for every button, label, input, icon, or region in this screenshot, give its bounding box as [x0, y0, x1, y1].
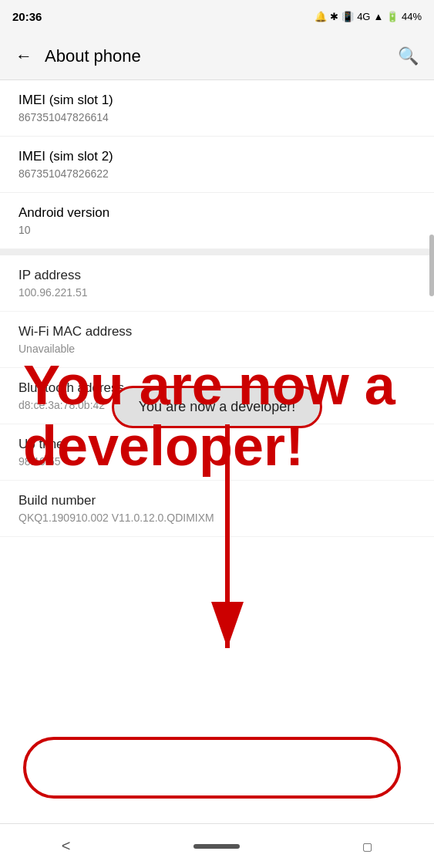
nav-home-pill[interactable]	[193, 844, 240, 849]
status-bar: 20:36 🔔 ✱ 📳 4G ▲ 🔋 44%	[0, 0, 434, 32]
ip-address-value: 100.96.221.51	[19, 286, 415, 299]
build-number-item[interactable]: Build number QKQ1.190910.002 V11.0.12.0.…	[0, 481, 434, 537]
battery-icon: 🔋 44%	[386, 11, 422, 22]
status-icons: 🔔 ✱ 📳 4G ▲ 🔋 44%	[315, 11, 422, 22]
bluetooth-address-label: Bluetooth address	[19, 380, 415, 396]
section-divider	[0, 249, 434, 255]
bluetooth-address-value: d8:ce:3a:78:0b:42	[19, 399, 415, 411]
scrollbar-track[interactable]	[429, 80, 434, 697]
scrollbar-thumb[interactable]	[429, 235, 434, 296]
build-number-label: Build number	[19, 493, 415, 508]
imei-slot2-label: IMEI (sim slot 2)	[19, 149, 415, 164]
wifi-mac-value: Unavailable	[19, 343, 415, 355]
search-button[interactable]: 🔍	[392, 40, 425, 73]
settings-content: IMEI (sim slot 1) 867351047826614 IMEI (…	[0, 80, 434, 537]
ip-address-item[interactable]: IP address 100.96.221.51	[0, 255, 434, 312]
imei-slot2-value: 867351047826622	[19, 167, 415, 180]
imei-slot1-value: 867351047826614	[19, 111, 415, 123]
page-title: About phone	[45, 46, 392, 66]
uptime-item[interactable]: Up time 98:19:55	[0, 424, 434, 481]
wifi-mac-label: Wi-Fi MAC address	[19, 324, 415, 339]
status-time: 20:36	[12, 10, 42, 23]
app-bar: ← About phone 🔍	[0, 32, 434, 80]
uptime-value: 98:19:55	[19, 455, 415, 468]
imei-slot1-item[interactable]: IMEI (sim slot 1) 867351047826614	[0, 80, 434, 137]
android-version-item[interactable]: Android version 10	[0, 193, 434, 249]
back-button[interactable]: ←	[9, 40, 39, 73]
vibrate-icon: 📳	[341, 11, 354, 22]
nav-back-button[interactable]: <	[62, 837, 71, 855]
nav-bar: < ▢	[0, 823, 434, 868]
wifi-mac-item[interactable]: Wi-Fi MAC address Unavailable	[0, 312, 434, 368]
ip-address-label: IP address	[19, 268, 415, 283]
uptime-label: Up time	[19, 437, 415, 452]
android-version-value: 10	[19, 224, 415, 236]
bluetooth-icon: ✱	[330, 11, 338, 22]
build-number-value: QKQ1.190910.002 V11.0.12.0.QDIMIXM	[19, 512, 415, 524]
android-version-label: Android version	[19, 205, 415, 221]
imei-slot2-item[interactable]: IMEI (sim slot 2) 867351047826622	[0, 137, 434, 193]
imei-slot1-label: IMEI (sim slot 1)	[19, 93, 415, 108]
signal-icon: ▲	[373, 11, 383, 22]
bluetooth-address-item[interactable]: Bluetooth address d8:ce:3a:78:0b:42	[0, 368, 434, 424]
nav-recent-button[interactable]: ▢	[362, 840, 372, 853]
notification-icon: 🔔	[315, 11, 327, 22]
network-4g-label: 4G	[357, 11, 370, 22]
toast-highlight-oval	[23, 737, 401, 799]
